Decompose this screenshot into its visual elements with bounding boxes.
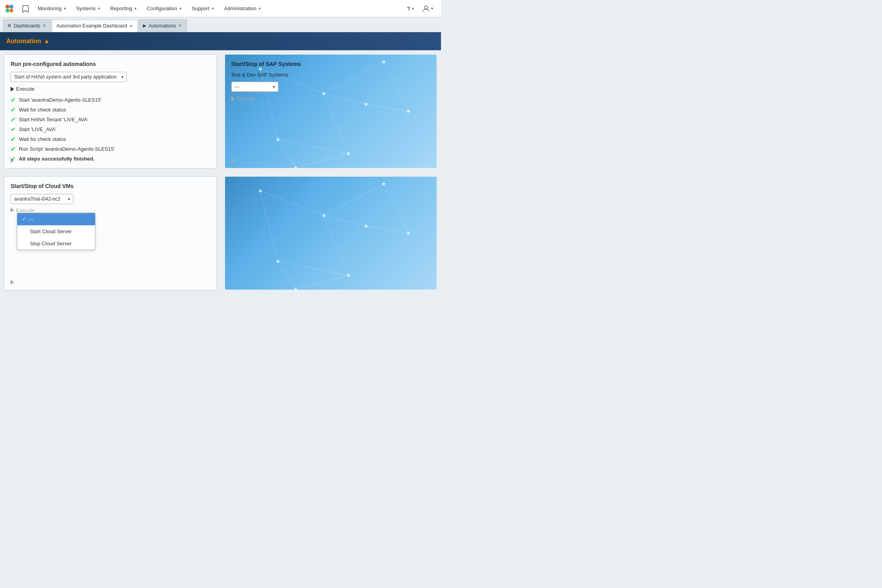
monitoring-chevron: ▼: [63, 7, 67, 11]
nav-configuration[interactable]: Configuration ▼: [143, 4, 186, 13]
action-option-start[interactable]: Start Cloud Server: [17, 225, 95, 237]
svg-point-1: [9, 5, 13, 9]
user-icon: [423, 5, 430, 12]
execute-btn-preconfigured[interactable]: Execute: [11, 86, 210, 92]
close-automation-tab[interactable]: ✕: [129, 24, 133, 28]
panel-preconfigured: Run pre-configured automations Start of …: [4, 54, 217, 168]
check-selected-icon: ✓: [22, 216, 26, 222]
administration-chevron: ▼: [258, 7, 262, 11]
check-icon-4: ✔: [11, 126, 16, 133]
user-btn[interactable]: ▼: [419, 4, 437, 14]
step-3: ✔ Start HANA Tenant 'LIVE_AVA': [11, 115, 210, 124]
play-icon-bottom-cloud: [11, 280, 14, 285]
svg-point-4: [425, 6, 428, 9]
check-icon-1: ✔: [11, 96, 16, 104]
play-icon-sap: [231, 97, 235, 101]
tab-automation-dashboard[interactable]: Automation Example Dashboard ✕: [52, 20, 138, 32]
dashboards-tab-icon: ⚙: [7, 23, 11, 28]
main-content: Run pre-configured automations Start of …: [0, 50, 441, 294]
panel-bottom-right: [225, 176, 437, 290]
tab-automations[interactable]: ▶ Automations ✕: [139, 19, 187, 32]
panel-bottom-play-sap[interactable]: [231, 158, 235, 164]
check-icon-3: ✔: [11, 116, 16, 123]
bookmark-btn[interactable]: [19, 3, 32, 14]
panel-cloud-vms: Start/Stop of Cloud VMs avantraTrial-i04…: [4, 176, 217, 290]
svg-point-2: [5, 9, 9, 13]
panel-preconfigured-title: Run pre-configured automations: [11, 61, 210, 67]
sap-subtitle: Test & Dev SAP Systems: [231, 72, 431, 78]
nav-support[interactable]: Support ▼: [188, 4, 218, 13]
nav-monitoring[interactable]: Monitoring ▼: [34, 4, 71, 13]
reporting-chevron: ▼: [134, 7, 137, 11]
user-chevron: ▼: [430, 7, 434, 11]
support-chevron: ▼: [211, 7, 214, 11]
panel-cloud-title: Start/Stop of Cloud VMs: [11, 183, 210, 189]
svg-point-0: [5, 5, 9, 9]
help-btn[interactable]: ? ▼: [404, 4, 418, 13]
close-automations-tab[interactable]: ✕: [178, 24, 182, 28]
app-logo: [4, 3, 15, 14]
check-icon-7: ✔: [11, 155, 16, 163]
automation-select-wrapper: Start of HANA system and 3rd party appli…: [11, 72, 127, 82]
execute-btn-cloud[interactable]: Execute: [11, 207, 210, 213]
sap-select[interactable]: ---: [231, 82, 278, 92]
action-option-separator[interactable]: ✓ ---: [17, 213, 95, 225]
nav-reporting[interactable]: Reporting ▼: [106, 4, 141, 13]
check-icon-6: ✔: [11, 145, 16, 153]
configuration-chevron: ▼: [179, 7, 182, 11]
tech-bg-visual-2: [225, 177, 437, 290]
step-7: ✔ All steps successfully finished.: [11, 154, 210, 164]
systems-chevron: ▼: [97, 7, 101, 11]
panel-bottom-play-cloud[interactable]: [11, 280, 14, 286]
top-nav: Monitoring ▼ Systems ▼ Reporting ▼ Confi…: [0, 0, 441, 17]
check-icon-5: ✔: [11, 135, 16, 143]
cloud-vm-select[interactable]: avantraTrial-i042-ec2: [11, 194, 73, 204]
help-chevron: ▼: [411, 7, 415, 11]
tabs-bar: ⚙ Dashboards ✕ Automation Example Dashbo…: [0, 17, 441, 32]
close-dashboards-tab[interactable]: ✕: [42, 24, 46, 28]
svg-point-3: [9, 9, 13, 13]
action-option-stop[interactable]: Stop Cloud Server: [17, 237, 95, 250]
steps-list: ✔ Start 'avantraDemo-Agents-SLES15' ✔ Wa…: [11, 95, 210, 164]
execute-btn-sap[interactable]: Execute: [231, 96, 431, 102]
panel-sap-title: Start/Stop of SAP Systems: [231, 61, 431, 67]
action-dropdown-overlay: ✓ --- Start Cloud Server Stop Cloud Serv…: [17, 213, 95, 250]
cloud-dropdown-row: avantraTrial-i042-ec2 ▼: [11, 194, 210, 204]
cloud-vm-select-wrapper: avantraTrial-i042-ec2 ▼: [11, 194, 73, 204]
sap-select-wrapper: --- ▼: [231, 82, 278, 92]
section-title: Automation ▲: [6, 38, 50, 45]
question-icon: ?: [407, 5, 410, 12]
bookmark-icon: [22, 5, 29, 13]
play-icon-cloud: [11, 208, 14, 212]
section-header: Automation ▲: [0, 32, 441, 50]
step-5: ✔ Wait for check status: [11, 134, 210, 144]
automation-select[interactable]: Start of HANA system and 3rd party appli…: [11, 72, 127, 82]
nav-administration[interactable]: Administration ▼: [220, 4, 265, 13]
step-6: ✔ Run Script 'avantraDemo-Agents-SLES15': [11, 144, 210, 154]
step-4: ✔ Start 'LIVE_AVA': [11, 124, 210, 134]
nav-systems[interactable]: Systems ▼: [72, 4, 105, 13]
check-icon-2: ✔: [11, 106, 16, 113]
panel-sap-systems: Start/Stop of SAP Systems Test & Dev SAP…: [225, 54, 437, 168]
play-icon-preconfigured: [11, 87, 14, 91]
step-1: ✔ Start 'avantraDemo-Agents-SLES15': [11, 95, 210, 105]
play-icon-bottom-sap: [231, 158, 235, 163]
step-2: ✔ Wait for check status: [11, 105, 210, 115]
tab-dashboards[interactable]: ⚙ Dashboards ✕: [3, 19, 51, 32]
automations-tab-icon: ▶: [143, 23, 146, 28]
